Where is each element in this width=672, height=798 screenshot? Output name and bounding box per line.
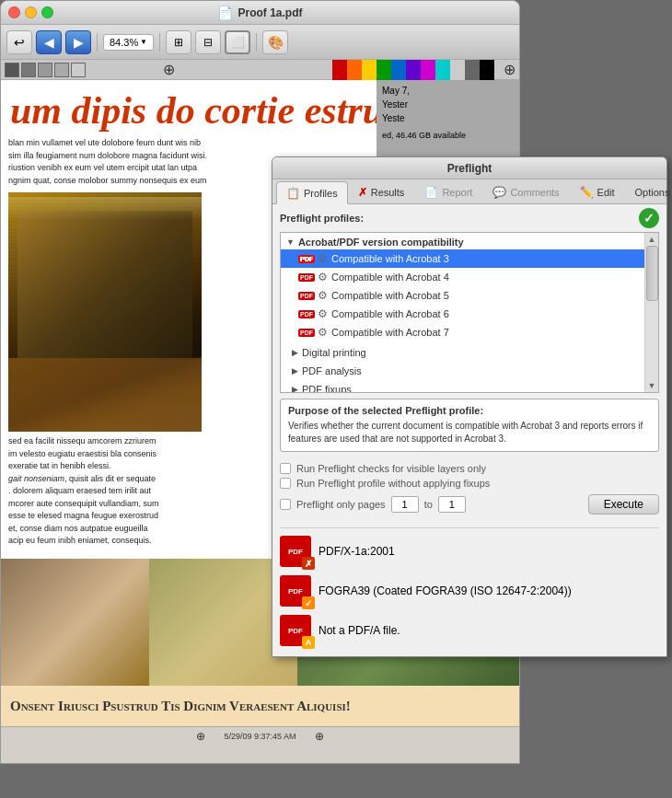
window-title: 📄 Proof 1a.pdf <box>217 6 302 20</box>
date-1: May 7, <box>382 86 410 96</box>
checkbox-visible-layers-label: Run Preflight checks for visible layers … <box>296 463 486 474</box>
results-area: PDF ✗ PDF/X-1a:2001 PDF ✓ FOGRA39 (Coate… <box>280 527 659 651</box>
back-button[interactable]: ↩ <box>6 30 32 54</box>
profile-item-acrobat5[interactable]: PDF ⚙ Compatible with Acrobat 5 <box>281 286 658 305</box>
date-2: Yester <box>382 99 408 110</box>
options-area: Run Preflight checks for visible layers … <box>272 457 666 522</box>
date-row-2: Yester <box>382 99 514 110</box>
result-pdfx1a-label: PDF/X-1a:2001 <box>319 545 395 558</box>
check-mark-icon: ✓ <box>639 208 659 228</box>
minimize-button[interactable] <box>25 6 37 18</box>
maximize-button[interactable] <box>41 6 53 18</box>
tab-edit[interactable]: ✏️ Edit <box>570 181 625 203</box>
scroll-up-arrow[interactable]: ▲ <box>645 233 658 244</box>
next-page-button[interactable]: ▶ <box>65 30 91 54</box>
scrollbar-thumb[interactable] <box>646 246 658 301</box>
fit-width-button[interactable]: ⊟ <box>195 30 221 54</box>
profile-group-fixups-header[interactable]: ▶ PDF fixups <box>281 382 658 393</box>
image-street <box>8 358 202 432</box>
tab-profiles[interactable]: 📋 Profiles <box>276 181 348 204</box>
pdf-badge-4: PDF <box>298 273 315 282</box>
profile-group-analysis-label: PDF analysis <box>302 365 362 376</box>
pdf-icon-acrobat7: PDF <box>299 325 314 340</box>
expand-triangle-fixups-icon: ▶ <box>292 385 298 393</box>
profile-group-acrobat-header[interactable]: ▼ Acrobat/PDF version compatibility <box>281 235 658 249</box>
pages-to-label: to <box>424 499 433 510</box>
pages-label: Preflight only pages <box>296 499 386 510</box>
result-pdf-badge: PDF <box>288 548 303 556</box>
title-text: Proof 1a.pdf <box>238 6 302 19</box>
strip-1 <box>5 63 19 77</box>
tab-comments[interactable]: 💬 Comments <box>482 181 569 203</box>
pdf-badge-7: PDF <box>298 329 315 337</box>
prev-page-button[interactable]: ◀ <box>36 30 62 54</box>
checkbox-pages-only[interactable] <box>280 499 291 510</box>
profile-group-acrobat: ▼ Acrobat/PDF version compatibility PDF … <box>281 233 658 343</box>
color-strip <box>332 60 494 80</box>
profiles-list[interactable]: ▼ Acrobat/PDF version compatibility PDF … <box>280 232 659 393</box>
tab-options[interactable]: Options ▼ <box>625 181 672 203</box>
gear-icon-acrobat3: ⚙ <box>318 252 328 265</box>
preflight-title: Preflight <box>447 162 492 175</box>
color-blue <box>391 60 406 80</box>
result-nota-badge: A <box>302 636 315 649</box>
pages-to-input[interactable] <box>438 496 466 513</box>
tab-report[interactable]: 📄 Report <box>414 181 482 203</box>
profile-acrobat4-label: Compatible with Acrobat 4 <box>331 272 449 283</box>
profile-group-digital-header[interactable]: ▶ Digital printing <box>281 345 658 360</box>
pdf-titlebar: 📄 Proof 1a.pdf <box>1 1 519 25</box>
pdf-toolbar: ↩ ◀ ▶ 84.3% ▼ ⊞ ⊟ ⬜ 🎨 <box>1 25 519 60</box>
execute-button[interactable]: Execute <box>588 494 659 515</box>
pdf-badge: PDF <box>298 255 315 263</box>
strip-3 <box>38 63 52 77</box>
report-icon: 📄 <box>424 186 438 199</box>
tab-report-label: Report <box>442 187 472 198</box>
expand-triangle-digital-icon: ▶ <box>292 348 298 357</box>
toolbar-separator-3 <box>256 33 257 52</box>
close-button[interactable] <box>8 6 20 18</box>
preflight-panel: Preflight 📋 Profiles ✗ Results 📄 Report … <box>272 156 667 657</box>
zoom-display[interactable]: 84.3% ▼ <box>103 34 154 51</box>
tab-results-label: Results <box>371 187 405 198</box>
checkbox-visible-layers[interactable] <box>280 463 291 474</box>
profile-group-fixups: ▶ PDF fixups <box>281 380 658 393</box>
disk-info: ed, 46.46 GB available <box>382 131 514 140</box>
bottom-image-1 <box>1 559 149 706</box>
profiles-header-label: Preflight profiles: <box>280 213 364 224</box>
result-item-fogra39: PDF ✓ FOGRA39 (Coated FOGRA39 (ISO 12647… <box>280 572 659 611</box>
pdf-icon: 📄 <box>217 6 233 20</box>
actual-size-button[interactable]: ⬜ <box>225 30 250 54</box>
checkbox-no-fixups[interactable] <box>280 478 291 489</box>
date-row-1: May 7, <box>382 86 514 96</box>
profile-group-analysis-header[interactable]: ▶ PDF analysis <box>281 364 658 378</box>
gear-icon-acrobat5: ⚙ <box>318 289 328 302</box>
status-datetime: 5/29/09 9:37:45 AM <box>224 732 295 741</box>
profile-acrobat6-label: Compatible with Acrobat 6 <box>331 308 449 319</box>
date-3: Yeste <box>382 113 405 123</box>
profile-item-acrobat7[interactable]: PDF ⚙ Compatible with Acrobat 7 <box>281 323 658 341</box>
expand-triangle-icon: ▼ <box>286 237 295 247</box>
purpose-title: Purpose of the selected Preflight profil… <box>288 405 651 416</box>
color-purple <box>406 60 421 80</box>
color-button[interactable]: 🎨 <box>262 30 288 54</box>
pdf-icon-acrobat4: PDF <box>299 270 314 284</box>
pdf-icon-acrobat6: PDF <box>299 306 314 321</box>
status-icon-left: ⊕ <box>196 730 205 743</box>
profiles-scrollbar[interactable]: ▲ ▼ <box>644 233 658 392</box>
registration-mark: ⊕ <box>163 61 175 78</box>
toolbar-separator-1 <box>97 33 98 52</box>
profile-item-acrobat4[interactable]: PDF ⚙ Compatible with Acrobat 4 <box>281 268 658 286</box>
scroll-down-arrow[interactable]: ▼ <box>645 381 658 390</box>
purpose-box: Purpose of the selected Preflight profil… <box>280 399 659 452</box>
result-check-badge: ✓ <box>302 596 315 609</box>
profile-item-acrobat3[interactable]: PDF ⚙ Compatible with Acrobat 3 <box>281 249 658 268</box>
tab-results[interactable]: ✗ Results <box>348 181 415 203</box>
pages-from-input[interactable] <box>391 496 419 513</box>
color-black <box>480 60 494 80</box>
pdf-strips: ⊕ ⊕ <box>1 60 519 80</box>
strip-5 <box>71 63 86 77</box>
expand-triangle-analysis-icon: ▶ <box>292 366 298 376</box>
profile-item-acrobat6[interactable]: PDF ⚙ Compatible with Acrobat 6 <box>281 305 658 323</box>
pages-row: Preflight only pages to Execute <box>280 491 659 518</box>
fit-page-button[interactable]: ⊞ <box>166 30 191 54</box>
